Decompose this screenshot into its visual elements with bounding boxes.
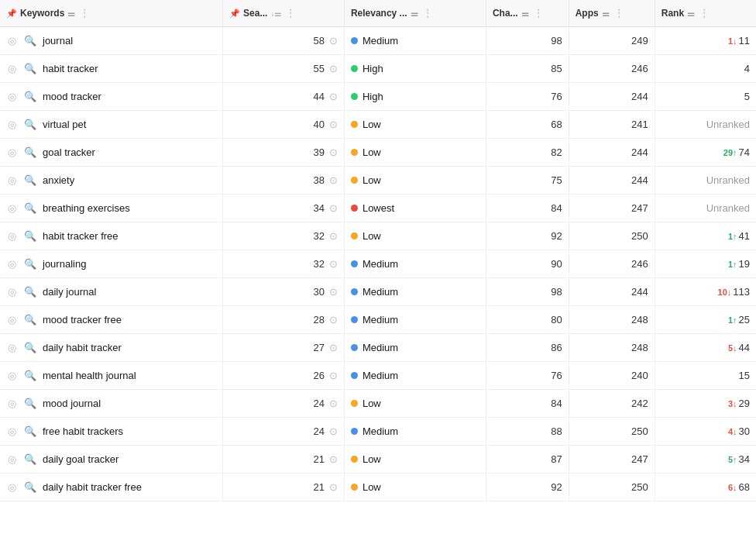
rank-value: 30 xyxy=(739,425,750,437)
cha-value: 85 xyxy=(551,63,562,74)
search-value: 21 xyxy=(313,453,324,465)
keyword-search-icon[interactable]: 🔍 xyxy=(22,146,38,159)
cha-cell: 76 xyxy=(486,83,569,111)
search-cell: 32 ⊙ xyxy=(223,222,345,250)
search-cell: 58 ⊙ xyxy=(223,27,345,55)
keyword-cell: ◎ 🔍 daily goal tracker xyxy=(0,446,223,474)
keyword-exclude-icon[interactable]: ◎ xyxy=(6,369,18,382)
menu-icon-relevancy[interactable]: ⋮ xyxy=(423,8,432,19)
relevancy-label: Medium xyxy=(363,314,398,326)
filter-icon-keywords[interactable]: ⚌ xyxy=(67,9,75,19)
menu-icon-keywords[interactable]: ⋮ xyxy=(80,8,89,19)
filter-icon-rank[interactable]: ⚌ xyxy=(687,9,695,19)
relevancy-dot xyxy=(351,456,358,463)
rank-value: 19 xyxy=(739,258,750,270)
search-cell: 39 ⊙ xyxy=(223,139,345,167)
apps-cell: 249 xyxy=(569,27,655,55)
filter-icon-relevancy[interactable]: ⚌ xyxy=(411,9,418,19)
keyword-cell: ◎ 🔍 daily journal xyxy=(0,278,223,306)
keyword-search-icon[interactable]: 🔍 xyxy=(22,257,38,270)
check-icon[interactable]: ⊙ xyxy=(329,230,338,242)
keyword-search-icon[interactable]: 🔍 xyxy=(22,397,38,410)
keyword-search-icon[interactable]: 🔍 xyxy=(22,174,38,187)
check-icon[interactable]: ⊙ xyxy=(329,258,338,270)
cha-cell: 84 xyxy=(486,390,569,418)
keyword-exclude-icon[interactable]: ◎ xyxy=(6,257,18,270)
keyword-search-icon[interactable]: 🔍 xyxy=(22,425,38,438)
keyword-exclude-icon[interactable]: ◎ xyxy=(6,285,18,298)
menu-icon-rank[interactable]: ⋮ xyxy=(699,8,709,19)
keyword-cell: ◎ 🔍 journaling xyxy=(0,250,223,278)
menu-icon-search[interactable]: ⋮ xyxy=(286,8,295,19)
check-icon[interactable]: ⊙ xyxy=(329,481,338,493)
relevancy-cell: Low xyxy=(344,167,486,195)
check-icon[interactable]: ⊙ xyxy=(329,314,338,326)
keyword-text: journal xyxy=(43,35,73,46)
search-value: 44 xyxy=(313,91,324,102)
check-icon[interactable]: ⊙ xyxy=(329,342,338,353)
check-icon[interactable]: ⊙ xyxy=(329,425,338,437)
keyword-search-icon[interactable]: 🔍 xyxy=(22,62,38,75)
keyword-exclude-icon[interactable]: ◎ xyxy=(6,90,18,103)
cha-cell: 84 xyxy=(486,195,569,222)
keyword-exclude-icon[interactable]: ◎ xyxy=(6,229,18,243)
menu-icon-cha[interactable]: ⋮ xyxy=(534,8,543,19)
relevancy-label: Low xyxy=(363,119,381,130)
relevancy-dot xyxy=(351,428,358,435)
keyword-search-icon[interactable]: 🔍 xyxy=(22,369,38,382)
keyword-exclude-icon[interactable]: ◎ xyxy=(6,480,18,494)
relevancy-cell: Low xyxy=(344,474,486,501)
keyword-exclude-icon[interactable]: ◎ xyxy=(6,202,18,215)
check-icon[interactable]: ⊙ xyxy=(329,91,338,102)
check-icon[interactable]: ⊙ xyxy=(329,146,338,158)
check-icon[interactable]: ⊙ xyxy=(329,174,338,186)
relevancy-label: Low xyxy=(363,453,381,465)
col-label-rank: Rank xyxy=(662,8,684,19)
apps-value: 244 xyxy=(631,286,648,298)
keyword-search-icon[interactable]: 🔍 xyxy=(22,453,38,466)
cha-cell: 86 xyxy=(486,334,569,362)
relevancy-cell: Medium xyxy=(344,278,486,306)
relevancy-dot xyxy=(351,37,358,44)
keyword-exclude-icon[interactable]: ◎ xyxy=(6,425,18,438)
keyword-search-icon[interactable]: 🔍 xyxy=(22,118,38,131)
rank-value: Unranked xyxy=(706,174,750,186)
cha-cell: 98 xyxy=(486,278,569,306)
keyword-exclude-icon[interactable]: ◎ xyxy=(6,174,18,187)
keyword-exclude-icon[interactable]: ◎ xyxy=(6,313,18,326)
apps-value: 250 xyxy=(631,481,648,493)
keyword-search-icon[interactable]: 🔍 xyxy=(22,285,38,298)
check-icon[interactable]: ⊙ xyxy=(329,398,338,409)
apps-value: 250 xyxy=(631,425,648,437)
rank-value: 15 xyxy=(739,370,750,381)
keyword-exclude-icon[interactable]: ◎ xyxy=(6,146,18,159)
check-icon[interactable]: ⊙ xyxy=(329,370,338,381)
keyword-search-icon[interactable]: 🔍 xyxy=(22,229,38,243)
keyword-search-icon[interactable]: 🔍 xyxy=(22,480,38,494)
keyword-exclude-icon[interactable]: ◎ xyxy=(6,397,18,410)
keyword-exclude-icon[interactable]: ◎ xyxy=(6,62,18,75)
sort-icon-search[interactable]: ↓⚌ xyxy=(270,9,281,18)
keyword-search-icon[interactable]: 🔍 xyxy=(22,34,38,47)
keyword-search-icon[interactable]: 🔍 xyxy=(22,202,38,215)
keyword-exclude-icon[interactable]: ◎ xyxy=(6,341,18,354)
filter-icon-apps[interactable]: ⚌ xyxy=(602,9,610,19)
keyword-search-icon[interactable]: 🔍 xyxy=(22,341,38,354)
check-icon[interactable]: ⊙ xyxy=(329,286,338,298)
check-icon[interactable]: ⊙ xyxy=(329,202,338,214)
keyword-cell: ◎ 🔍 goal tracker xyxy=(0,139,223,167)
check-icon[interactable]: ⊙ xyxy=(329,63,338,74)
keyword-exclude-icon[interactable]: ◎ xyxy=(6,118,18,131)
filter-icon-cha[interactable]: ⚌ xyxy=(521,9,529,19)
keyword-text: daily goal tracker xyxy=(43,453,119,465)
check-icon[interactable]: ⊙ xyxy=(329,35,338,46)
check-icon[interactable]: ⊙ xyxy=(329,453,338,465)
check-icon[interactable]: ⊙ xyxy=(329,119,338,130)
keyword-search-icon[interactable]: 🔍 xyxy=(22,90,38,103)
search-cell: 55 ⊙ xyxy=(223,55,345,83)
menu-icon-apps[interactable]: ⋮ xyxy=(614,8,624,19)
cha-cell: 85 xyxy=(486,55,569,83)
keyword-search-icon[interactable]: 🔍 xyxy=(22,313,38,326)
keyword-exclude-icon[interactable]: ◎ xyxy=(6,34,18,47)
keyword-exclude-icon[interactable]: ◎ xyxy=(6,453,18,466)
